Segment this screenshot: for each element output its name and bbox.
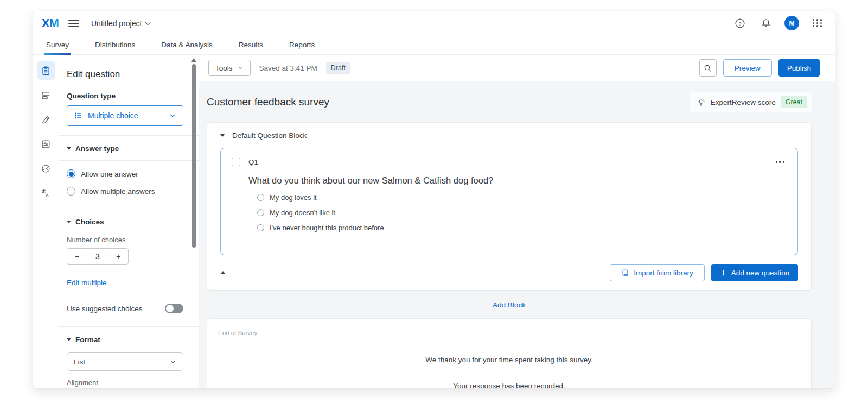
radio-label: Allow multiple answers — [81, 187, 155, 196]
rail-item-quotas[interactable] — [37, 159, 55, 178]
rail-item-survey-options[interactable] — [37, 135, 55, 153]
choices-header-label: Choices — [75, 218, 104, 226]
question-checkbox[interactable] — [232, 158, 240, 166]
survey-title[interactable]: Customer feedback survey — [207, 96, 329, 108]
choice-option[interactable]: My dog loves it — [257, 193, 787, 202]
suggested-choices-toggle[interactable] — [165, 304, 183, 313]
choice-option[interactable]: I've never bought this product before — [257, 224, 787, 232]
panel-scrollbar[interactable] — [190, 57, 197, 387]
more-options-icon[interactable] — [774, 159, 787, 165]
main-area: Tools Saved at 3:41 PM Draft Preview — [199, 55, 835, 389]
format-section-header[interactable]: Format — [67, 336, 183, 344]
import-from-library-button[interactable]: Import from library — [610, 264, 705, 281]
chevron-down-icon — [145, 20, 151, 25]
choice-option[interactable]: My dog doesn't like it — [257, 209, 787, 217]
radio-allow-multiple-answers[interactable]: Allow multiple answers — [67, 187, 183, 196]
alignment-label: Alignment — [67, 379, 183, 387]
tab-bar: Survey Distributions Data & Analysis Res… — [33, 35, 835, 55]
tools-label: Tools — [215, 64, 233, 72]
preview-button[interactable]: Preview — [723, 59, 772, 77]
avatar[interactable]: M — [784, 16, 799, 30]
tab-results[interactable]: Results — [239, 35, 263, 54]
rail-item-look-and-feel[interactable] — [37, 110, 55, 129]
divider — [59, 326, 199, 327]
notifications-button[interactable] — [758, 16, 774, 31]
collapse-block-icon[interactable] — [220, 134, 225, 137]
divider — [59, 209, 199, 209]
question-block-panel: Default Question Block Q1 What do you th… — [207, 122, 812, 291]
end-message-line: Your response has been recorded. — [218, 382, 800, 389]
lightbulb-icon — [697, 98, 706, 107]
question-type-value: Multiple choice — [88, 111, 163, 120]
tab-distributions[interactable]: Distributions — [95, 35, 135, 54]
project-menu[interactable]: Untitled project — [91, 19, 150, 28]
collapse-up-icon[interactable] — [220, 271, 226, 274]
publish-button[interactable]: Publish — [778, 59, 820, 77]
question-text[interactable]: What do you think about our new Salmon &… — [248, 175, 787, 186]
add-block-link[interactable]: Add Block — [493, 301, 526, 309]
use-suggested-choices-label: Use suggested choices — [67, 305, 143, 313]
tools-dropdown[interactable]: Tools — [208, 60, 251, 76]
bell-icon — [760, 17, 772, 29]
question-type-label: Question type — [67, 92, 183, 100]
rail-item-translations[interactable]: A — [37, 184, 55, 202]
block-name[interactable]: Default Question Block — [232, 131, 307, 140]
chevron-down-icon — [237, 65, 244, 71]
help-button[interactable]: ? — [732, 16, 748, 31]
tab-data-analysis[interactable]: Data & Analysis — [161, 35, 213, 54]
expert-review-label: ExpertReview score — [711, 98, 776, 106]
help-icon: ? — [734, 17, 746, 29]
question-type-dropdown[interactable]: Multiple choice — [67, 105, 183, 126]
hamburger-icon[interactable] — [68, 20, 79, 27]
end-of-survey-panel[interactable]: End of Survey We thank you for your time… — [207, 318, 812, 389]
search-icon — [703, 64, 712, 73]
top-bar: XM Untitled project ? M — [33, 11, 835, 35]
choices-section-header[interactable]: Choices — [67, 218, 183, 226]
search-button[interactable] — [699, 59, 717, 77]
draft-badge: Draft — [326, 62, 350, 74]
edit-multiple-link[interactable]: Edit multiple — [67, 279, 107, 287]
tab-reports[interactable]: Reports — [289, 35, 315, 54]
rail-item-survey-builder[interactable] — [37, 61, 55, 80]
block-header: Default Question Block — [220, 123, 798, 148]
radio-unselected-icon — [257, 209, 264, 216]
radio-allow-one-answer[interactable]: Allow one answer — [67, 169, 183, 178]
divider — [59, 135, 199, 136]
svg-text:A: A — [46, 192, 49, 198]
format-value: List — [74, 358, 169, 366]
scroll-up-icon[interactable] — [191, 58, 196, 62]
survey-canvas: Customer feedback survey ExpertReview sc… — [199, 81, 835, 389]
radio-unselected-icon — [257, 194, 264, 201]
choice-label: My dog doesn't like it — [270, 209, 335, 217]
add-question-label: Add new question — [731, 269, 789, 277]
look-and-feel-icon — [41, 115, 51, 125]
rail-item-survey-flow[interactable] — [37, 86, 55, 104]
edit-question-panel: Edit question Question type Multiple cho… — [59, 55, 199, 389]
end-of-survey-label: End of Survey — [218, 330, 800, 336]
block-footer: Import from library Add new question — [220, 255, 798, 290]
apps-grid-button[interactable] — [810, 16, 825, 31]
svg-text:?: ? — [738, 20, 741, 26]
apps-grid-icon — [813, 19, 823, 27]
increment-button[interactable]: + — [108, 249, 128, 264]
question-id: Q1 — [248, 158, 258, 166]
scrollbar-thumb[interactable] — [192, 64, 196, 248]
radio-unselected-icon — [257, 224, 264, 231]
choice-count-value: 3 — [87, 249, 108, 264]
decrement-button[interactable]: − — [67, 249, 87, 264]
book-icon — [621, 269, 629, 277]
radio-unselected-icon — [67, 187, 75, 196]
question-card-q1[interactable]: Q1 What do you think about our new Salmo… — [220, 148, 798, 255]
tab-survey[interactable]: Survey — [46, 35, 69, 54]
list-icon — [74, 111, 82, 120]
answer-type-section-header[interactable]: Answer type — [67, 144, 183, 153]
choice-label: I've never bought this product before — [270, 224, 384, 232]
survey-flow-icon — [41, 90, 51, 100]
expert-review-chip[interactable]: ExpertReview score Great — [690, 92, 812, 112]
caret-down-icon — [67, 147, 71, 150]
format-select[interactable]: List — [67, 352, 183, 371]
number-of-choices-label: Number of choices — [67, 236, 183, 244]
choice-count-stepper: − 3 + — [67, 248, 129, 265]
end-message-line: We thank you for your time spent taking … — [218, 356, 800, 364]
add-new-question-button[interactable]: Add new question — [711, 264, 798, 281]
